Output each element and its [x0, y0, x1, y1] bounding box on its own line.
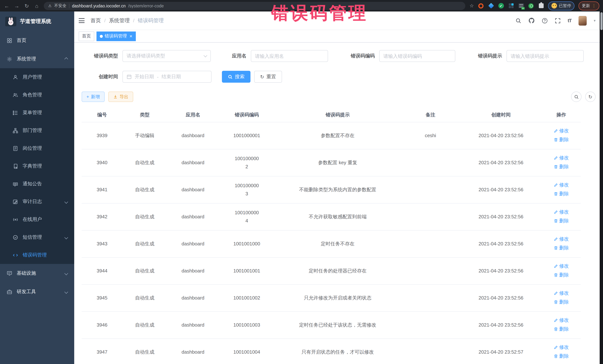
delete-link[interactable]: 删除: [554, 352, 569, 360]
sidebar-item-home[interactable]: 首页: [0, 31, 74, 50]
cell-msg: 不允许获取敏感配置到前端: [275, 203, 401, 230]
sidebar-item-notices[interactable]: 通知公告: [0, 175, 74, 193]
extension-orange-icon[interactable]: [478, 3, 484, 9]
tag-home[interactable]: 首页: [79, 31, 94, 41]
browser-home-icon[interactable]: ⌂: [34, 3, 40, 8]
extension-puzzle-icon[interactable]: [538, 3, 544, 9]
fullscreen-icon[interactable]: [555, 18, 560, 23]
edit-link[interactable]: 修改: [554, 127, 569, 135]
cell-time: 2021-04-20 23:52:56: [460, 176, 542, 203]
toggle-search-button[interactable]: [571, 92, 581, 102]
cell-ops: 修改 删除: [542, 339, 581, 364]
edit-link[interactable]: 修改: [554, 343, 569, 351]
cell-time: 2021-04-20 23:52:56: [460, 311, 542, 339]
sidebar-item-dict[interactable]: 字典管理: [0, 157, 74, 175]
header-remark: 备注: [401, 108, 460, 122]
edit-link[interactable]: 修改: [554, 181, 569, 189]
scrollbar-thumb[interactable]: [600, 12, 603, 30]
edit-link[interactable]: 修改: [554, 262, 569, 270]
avatar-caret-icon[interactable]: ▾: [594, 19, 596, 22]
edit-link[interactable]: 修改: [554, 208, 569, 216]
sidebar-item-dev-tools[interactable]: 研发工具: [0, 282, 74, 301]
sidebar-item-roles[interactable]: 角色管理: [0, 86, 74, 104]
browser-menu-dots-icon[interactable]: ⋮: [592, 3, 596, 8]
app-logo[interactable]: 芋道管理系统: [0, 11, 74, 31]
add-button[interactable]: + 新增: [82, 92, 105, 102]
app-name-input[interactable]: [255, 53, 324, 59]
browser-reload-icon[interactable]: ↻: [24, 3, 30, 8]
table-row: 3944 自动生成 dashboard 1001001001 定时任务的处理器已…: [82, 257, 581, 285]
edit-icon: [554, 318, 558, 322]
browser-update-button[interactable]: 更新 ⋮: [579, 1, 599, 10]
header-type: 类型: [122, 108, 167, 122]
browser-back-icon[interactable]: ←: [4, 3, 10, 8]
browser-forward-icon[interactable]: →: [14, 3, 20, 8]
delete-link[interactable]: 删除: [554, 325, 569, 333]
edit-link[interactable]: 修改: [554, 235, 569, 243]
extension-grid-icon[interactable]: [508, 3, 514, 9]
trash-icon: [554, 192, 558, 196]
date-end-placeholder[interactable]: 结束日期: [162, 73, 181, 80]
date-start-placeholder[interactable]: 开始日期: [135, 73, 154, 80]
error-type-select[interactable]: 请选择错误码类型: [122, 50, 211, 62]
error-msg-input[interactable]: [510, 53, 580, 59]
sidebar-item-label: 字典管理: [23, 163, 42, 169]
font-size-icon[interactable]: tT: [568, 18, 571, 23]
sidebar-toggle-icon[interactable]: [79, 18, 85, 23]
table-toolbar: + 新增 导出 ↻: [82, 92, 596, 102]
window-scrollbar[interactable]: [600, 11, 603, 364]
on-badge: on: [521, 7, 525, 10]
bookmark-star-icon[interactable]: ☆: [470, 3, 474, 9]
sidebar-item-menus[interactable]: 菜单管理: [0, 104, 74, 121]
date-range-picker[interactable]: 开始日期 - 结束日期: [122, 71, 211, 83]
sidebar-item-online-users[interactable]: 在线用户: [0, 210, 74, 228]
error-code-input[interactable]: [383, 53, 451, 59]
sidebar-item-users[interactable]: 用户管理: [0, 68, 74, 86]
user-avatar[interactable]: [579, 16, 587, 25]
cell-code: 1001000001: [219, 122, 275, 149]
browser-profile-chip[interactable]: 已暂停: [548, 1, 574, 10]
sidebar-item-system[interactable]: 系统管理: [0, 50, 74, 68]
cell-type: 自动生成: [122, 311, 167, 339]
cell-code: 1001001004: [219, 339, 275, 364]
sidebar-item-audit-log[interactable]: 审计日志: [0, 193, 74, 210]
not-secure-label: 不安全: [54, 3, 66, 9]
search-icon[interactable]: [515, 18, 521, 23]
delete-link[interactable]: 删除: [554, 217, 569, 225]
sidebar-item-infrastructure[interactable]: 基础设施: [0, 264, 74, 282]
tag-error-code[interactable]: 错误码管理 ×: [96, 31, 136, 41]
cell-id: 3944: [82, 257, 122, 285]
edit-link[interactable]: 修改: [554, 316, 569, 324]
delete-link[interactable]: 删除: [554, 298, 569, 306]
extension-key-icon[interactable]: [528, 3, 534, 9]
breadcrumb-system[interactable]: 系统管理: [109, 17, 130, 24]
edit-link[interactable]: 修改: [554, 154, 569, 162]
tag-close-icon[interactable]: ×: [129, 34, 132, 39]
github-icon[interactable]: [528, 17, 534, 24]
breadcrumb-home[interactable]: 首页: [91, 17, 101, 24]
delete-link[interactable]: 删除: [554, 244, 569, 252]
search-button[interactable]: 搜索: [222, 71, 251, 83]
refresh-table-button[interactable]: ↻: [585, 92, 596, 102]
extension-proxy-on-icon[interactable]: on: [518, 3, 524, 9]
sidebar-item-posts[interactable]: 岗位管理: [0, 139, 74, 157]
sidebar-item-label: 菜单管理: [23, 109, 42, 116]
address-bar[interactable]: ⚠ 不安全 dashboard.yudao.iocoder.cn/system/…: [44, 2, 465, 10]
extension-gem-icon[interactable]: [488, 3, 494, 9]
reset-button[interactable]: ↻ 重置: [254, 71, 282, 83]
delete-link[interactable]: 删除: [554, 163, 569, 171]
sidebar-item-error-code[interactable]: 错误码管理: [0, 246, 74, 264]
trash-icon: [554, 165, 558, 169]
sidebar-item-sms[interactable]: 短信管理: [0, 228, 74, 246]
export-button[interactable]: 导出: [108, 92, 133, 102]
extension-green-check-icon[interactable]: ✔: [498, 3, 504, 9]
delete-link[interactable]: 删除: [554, 190, 569, 198]
help-icon[interactable]: [542, 18, 547, 23]
cell-app: dashboard: [167, 339, 219, 364]
sidebar-item-departments[interactable]: 部门管理: [0, 121, 74, 139]
screen: 错误码管理 ← → ↻ ⌂ ⚠ 不安全 dashboard.yudao.ioco…: [0, 0, 603, 364]
edit-link[interactable]: 修改: [554, 289, 569, 297]
delete-link[interactable]: 删除: [554, 271, 569, 279]
filter-msg-label: 错误码提示: [466, 53, 507, 59]
delete-link[interactable]: 删除: [554, 136, 569, 144]
